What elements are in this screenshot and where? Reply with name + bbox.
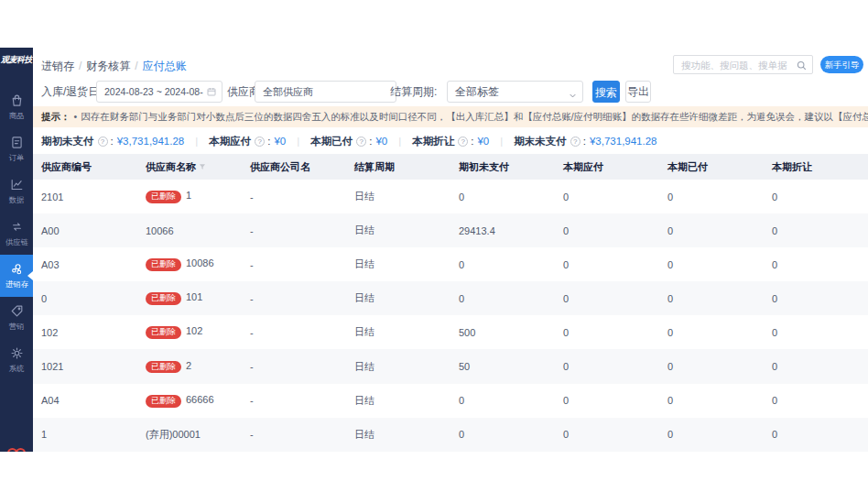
supplier-name-cell: 已删除10086	[137, 257, 242, 271]
table-cell: 1021	[33, 361, 137, 372]
sidebar-item-marketing[interactable]: 营销	[0, 297, 33, 339]
column-header: 本期应付	[555, 160, 659, 174]
summary-item: 本期折让:¥0	[387, 135, 489, 148]
column-header-label: 本期折让	[772, 160, 812, 174]
breadcrumb: 进销存/财务核算/应付总账	[41, 59, 187, 74]
supplier-name: 102	[186, 325, 202, 336]
table-cell: 0	[555, 395, 659, 406]
summary-item: 期末未支付:¥3,731,941.28	[489, 135, 656, 148]
table-cell: 2101	[33, 191, 137, 202]
column-header-label: 供应商编号	[41, 160, 92, 174]
table-cell: 0	[659, 395, 764, 406]
supplier-name: 101	[186, 291, 202, 302]
supplier-name-cell: 已删除102	[137, 325, 242, 339]
table-cell: 0	[764, 429, 868, 440]
notice-prefix: 提示：	[41, 111, 71, 122]
supplier-name-cell: 已删除66666	[137, 394, 242, 408]
table-row: A03已删除10086-日结0000	[33, 247, 868, 281]
table-cell: A00	[33, 225, 137, 236]
summary-value: ¥0	[477, 136, 489, 147]
help-icon[interactable]	[458, 137, 468, 147]
bag-icon	[9, 93, 25, 108]
sidebar-item-label: 数据	[9, 195, 25, 206]
table-cell: 0	[450, 429, 555, 440]
help-icon[interactable]	[98, 137, 108, 147]
column-header-label: 结算周期	[354, 160, 395, 174]
supplier-input[interactable]	[255, 82, 396, 102]
cycle-select[interactable]: 全部标签	[447, 81, 583, 103]
sidebar-item-label: 供应链	[5, 237, 28, 248]
table-cell: 0	[659, 293, 764, 304]
sidebar-item-label: 订单	[9, 153, 25, 164]
table-cell: 日结	[346, 428, 450, 442]
breadcrumb-item[interactable]: 财务核算	[86, 60, 130, 72]
filter-icon[interactable]	[199, 163, 206, 170]
table-cell: 102	[33, 327, 137, 338]
help-icon[interactable]	[570, 137, 580, 147]
supplier-name-cell: (弃用)00001	[137, 428, 242, 442]
breadcrumb-separator: /	[79, 60, 81, 72]
table-cell: -	[242, 293, 346, 304]
page: 观麦科技 商品订单数据供应链进销存营销系统 进销存/财务核算/应付总账 新手引导…	[0, 0, 868, 503]
export-button[interactable]: 导出	[625, 81, 651, 103]
table-row: 1021已删除2-日结50000	[33, 349, 868, 383]
column-header: 期初未支付	[450, 160, 555, 174]
table-body: 2101已删除1-日结0000A0010066-日结29413.4000A03已…	[33, 180, 868, 452]
summary-colon: :	[583, 136, 586, 147]
column-header: 供应商名称	[137, 160, 242, 174]
cycle-filter-label: 结算周期:	[390, 81, 437, 103]
table-cell: A04	[33, 395, 137, 406]
summary-colon: :	[369, 136, 372, 147]
table-row: 102已删除102-日结500000	[33, 315, 868, 349]
supplier-name: 10066	[146, 225, 174, 236]
table-cell: -	[242, 191, 346, 202]
column-header: 本期已付	[659, 160, 764, 174]
summary-label: 期初未支付	[41, 135, 94, 148]
supplier-name-cell: 10066	[137, 225, 242, 236]
table-cell: -	[242, 327, 346, 338]
sidebar-item-label: 进销存	[5, 279, 28, 290]
date-range-input[interactable]	[97, 82, 222, 102]
sidebar-item-inventory[interactable]: 进销存	[0, 255, 33, 297]
table-cell: 0	[450, 259, 555, 270]
chart-icon	[9, 177, 25, 192]
column-header-label: 本期应付	[563, 160, 603, 174]
supplier-name: 2	[186, 360, 191, 371]
table-cell: 0	[659, 361, 764, 372]
table-cell: 日结	[346, 360, 450, 374]
summary-label: 本期应付	[209, 135, 251, 148]
column-header-label: 本期已付	[667, 160, 708, 174]
date-range-field	[96, 81, 222, 103]
column-header-label: 期初未支付	[459, 160, 509, 174]
summary-colon: :	[471, 136, 473, 147]
deleted-badge: 已删除	[146, 258, 181, 271]
guide-button[interactable]: 新手引导	[820, 56, 863, 73]
sidebar-item-data[interactable]: 数据	[0, 170, 33, 213]
table-cell: 0	[659, 429, 764, 440]
sidebar-item-label: 商品	[9, 111, 25, 122]
help-icon[interactable]	[255, 137, 265, 147]
table-cell: -	[242, 395, 346, 406]
sidebar-item-orders[interactable]: 订单	[0, 128, 33, 170]
summary-value: ¥0	[375, 136, 387, 147]
search-icon[interactable]	[796, 59, 808, 75]
deleted-badge: 已删除	[146, 395, 181, 408]
search-button[interactable]: 搜索	[592, 81, 620, 103]
sidebar-item-system[interactable]: 系统	[0, 339, 33, 381]
deleted-badge: 已删除	[146, 292, 181, 305]
breadcrumb-separator: /	[135, 60, 137, 72]
search-input[interactable]	[674, 56, 812, 73]
column-header: 结算周期	[346, 160, 450, 174]
filter-bar: 入库/退货日期: 供应商: 结算周期: 全部标签	[33, 81, 868, 103]
sidebar-item-goods[interactable]: 商品	[0, 86, 33, 128]
swap-icon	[9, 219, 25, 235]
table-cell: 0	[450, 293, 555, 304]
doc-icon	[9, 135, 25, 150]
breadcrumb-item[interactable]: 进销存	[41, 60, 74, 72]
column-header-label: 供应商名称	[146, 160, 196, 174]
table-cell: 0	[555, 327, 659, 338]
help-icon[interactable]	[356, 137, 366, 147]
sidebar-item-supply[interactable]: 供应链	[0, 213, 33, 255]
table-cell: 0	[764, 361, 868, 372]
table-cell: 0	[764, 225, 868, 236]
